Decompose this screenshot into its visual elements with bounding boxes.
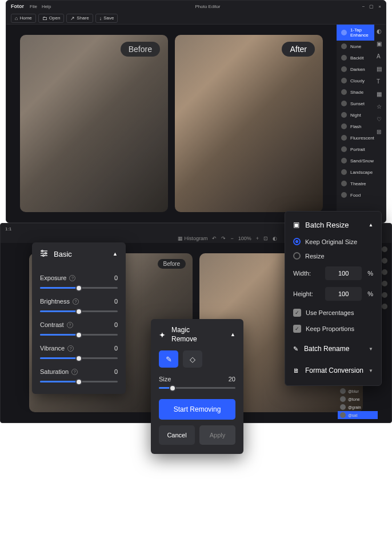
eraser-tool-button[interactable]: ◇ [183,350,202,368]
brush-icon: ✎ [166,355,172,364]
basic-title: Basic [54,250,72,258]
layer-item[interactable]: @tone [338,395,378,403]
height-input[interactable]: 100 [325,287,362,301]
tool-icon[interactable] [382,269,387,275]
minimize-icon[interactable]: − [362,4,365,9]
help-icon[interactable]: ? [69,275,75,281]
brightness-slider[interactable] [40,310,118,312]
effects-icon[interactable]: T [377,78,383,85]
maximize-icon[interactable]: ▢ [369,4,374,9]
apply-button[interactable]: Apply [199,425,235,445]
check-use-percentages[interactable]: ✓Use Percentages [293,309,373,317]
preset-icon [341,158,347,164]
checkbox-icon: ✓ [293,325,301,333]
layer-item[interactable]: @grain [338,403,378,411]
share-button[interactable]: ↗Share [66,14,93,23]
preset-icon [341,135,347,141]
preset-icon [341,89,347,95]
crop-icon[interactable]: ▣ [377,41,383,47]
main-editor-window: Fotor File Help Photo Editor − ▢ × ⌂Home… [6,0,386,223]
height-row: Height: 100 % [293,287,373,301]
home-button[interactable]: ⌂Home [11,14,36,23]
cancel-button[interactable]: Cancel [159,425,195,445]
home-icon: ⌂ [15,15,18,21]
share-icon: ↗ [70,15,75,21]
collage-icon[interactable]: ⊞ [377,129,383,135]
brush-tool-button[interactable]: ✎ [159,350,178,368]
check-keep-proportions[interactable]: ✓Keep Proportions [293,325,373,333]
help-icon[interactable]: ? [71,369,78,375]
before-photo[interactable]: Before [20,35,168,212]
zoom-ratio: 1:1 [5,226,11,232]
batch-rename-header[interactable]: ✎ Batch Rename ▼ [293,343,373,354]
radio-keep-original[interactable]: Keep Original Size [293,238,373,245]
layer-item[interactable]: @sat [338,411,378,419]
layer-item[interactable]: @blur [338,387,378,395]
vibrance-slider[interactable] [40,357,118,359]
slider-thumb[interactable] [75,355,82,362]
preset-icon [341,112,347,118]
zoom-out-icon[interactable]: − [230,236,233,241]
adjust-icon[interactable]: ◐ [377,28,383,35]
open-button[interactable]: 🗀Open [38,14,65,23]
saturation-slider[interactable] [40,381,118,382]
fit-icon[interactable]: ⊡ [263,236,268,241]
contrast-slider[interactable] [40,334,118,336]
close-icon[interactable]: × [378,4,381,9]
main-toolbar: ⌂Home 🗀Open ↗Share ↓Save [6,12,386,25]
menu-help[interactable]: Help [42,4,51,9]
exposure-slider[interactable] [40,287,118,289]
save-button[interactable]: ↓Save [95,14,118,23]
slider-thumb[interactable] [75,332,82,338]
zoom-in-icon[interactable]: + [256,236,259,241]
svg-point-5 [43,254,45,256]
preset-theatre[interactable]: Theatre [337,178,386,189]
slider-thumb[interactable] [75,308,82,315]
preset-sandsnow[interactable]: Sand/Snow [337,155,386,166]
chevron-down-icon: ▼ [369,346,373,352]
folder-icon: 🗀 [42,15,47,21]
preset-food[interactable]: Food [337,189,386,201]
preset-landscape[interactable]: Landscape [337,166,386,178]
basic-panel: Basic ▲ Exposure?0 Brightness?0 Contrast… [32,242,126,394]
after-photo[interactable]: After [175,35,323,212]
stickers-icon[interactable]: ☆ [377,103,383,110]
text-icon[interactable]: A [377,53,383,60]
basic-header[interactable]: Basic ▲ [40,242,118,265]
help-icon[interactable]: ? [73,298,79,305]
tool-icon[interactable] [382,281,387,286]
tool-icon[interactable] [382,258,387,264]
tool-icon[interactable] [382,292,387,298]
batch-resize-header[interactable]: ▣ Batch Resize ▲ [293,218,373,231]
size-slider[interactable] [159,387,235,389]
preset-portrait[interactable]: Portrait [337,144,386,155]
help-icon[interactable]: ? [67,345,74,352]
wand-icon: ✦ [159,330,166,340]
slider-thumb[interactable] [75,378,82,385]
app-brand: Fotor [11,3,24,9]
magic-header[interactable]: ✦ MagicRemove ▲ [159,326,235,344]
frames-icon[interactable]: ▦ [377,91,383,98]
radio-resize[interactable]: Resize [293,252,373,260]
width-input[interactable]: 100 [325,266,362,280]
slider-brightness: Brightness?0 [40,298,118,312]
histogram-button[interactable]: ▦ Histogram [178,236,208,241]
redo-icon[interactable]: ↷ [221,236,226,241]
layer-swatch-icon [340,404,346,410]
tool-icon[interactable] [382,246,387,252]
slider-thumb[interactable] [75,285,82,292]
slider-thumb[interactable] [169,385,176,392]
compare-icon[interactable]: ◐ [273,236,277,241]
format-conversion-header[interactable]: 🗎 Format Conversion ▼ [293,365,373,376]
help-icon[interactable]: ? [67,322,73,328]
beauty-icon[interactable]: ♡ [377,116,383,123]
menu-file[interactable]: File [30,4,37,9]
start-removing-button[interactable]: Start Removing [159,399,235,420]
checkbox-icon: ✓ [293,309,301,317]
layers-icon[interactable]: ▤ [377,66,383,73]
magic-tool-row: ✎ ◇ [159,350,235,368]
tool-icon[interactable] [382,304,387,309]
chevron-up-icon: ▲ [230,332,235,338]
svg-point-4 [45,252,47,254]
undo-icon[interactable]: ↶ [212,236,217,241]
